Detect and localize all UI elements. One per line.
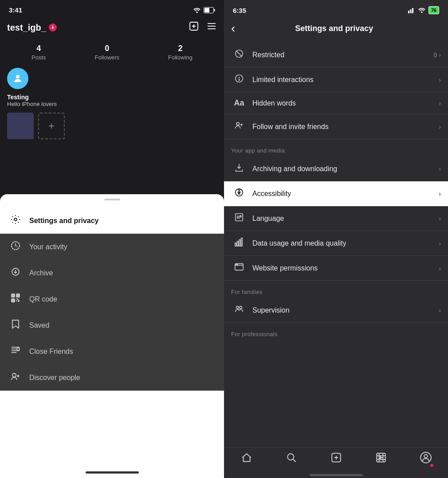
svg-line-29 (236, 51, 242, 57)
bottom-nav-bar (224, 447, 448, 470)
svg-point-44 (236, 306, 239, 309)
supervision-label: Supervision (252, 306, 439, 314)
posts-count: 4 (36, 44, 41, 53)
website-chevron: › (439, 265, 441, 272)
follow-invite-chevron: › (439, 123, 441, 130)
accessibility-label: Accessibility (252, 190, 439, 198)
add-post-icon[interactable] (189, 21, 199, 34)
header-icons (189, 21, 217, 34)
posts-row: + (0, 113, 224, 139)
svg-point-32 (239, 79, 240, 80)
home-indicator-right (310, 474, 363, 476)
restricted-chevron: › (439, 51, 441, 59)
nav-reels[interactable] (370, 452, 392, 466)
status-bar-right: 6:35 76 (224, 0, 448, 18)
username-area: test_igb_ (7, 23, 57, 33)
status-icons-left (193, 7, 215, 13)
svg-point-46 (287, 454, 294, 460)
notification-badge[interactable] (49, 24, 57, 31)
menu-item-activity[interactable]: Your activity (0, 234, 224, 260)
menu-item-saved[interactable]: Saved (0, 312, 224, 338)
svg-point-45 (240, 306, 242, 309)
hidden-words-chevron: › (439, 100, 441, 107)
back-button[interactable]: ‹ (231, 21, 235, 35)
follow-invite-label: Follow and invite friends (252, 123, 439, 131)
language-label: Language (252, 215, 439, 223)
section-header-professionals: For professionals (224, 323, 448, 340)
left-panel: 3:41 test_igb_ (0, 0, 224, 478)
website-label: Website permissions (252, 264, 439, 272)
following-count: 2 (178, 44, 183, 53)
menu-item-settings[interactable]: Settings and privacy (0, 208, 224, 234)
settings-row-restricted[interactable]: Restricted 0 › (224, 43, 448, 67)
nav-profile[interactable] (415, 452, 437, 466)
settings-row-website[interactable]: Website permissions › (224, 256, 448, 281)
nav-create[interactable] (325, 452, 347, 466)
limited-label: Limited interactions (252, 76, 439, 84)
add-post-button[interactable]: + (38, 113, 65, 139)
post-thumbnail[interactable] (7, 113, 34, 139)
bio-text: Hello iPhone lovers (7, 101, 217, 107)
menu-icon[interactable] (206, 22, 217, 33)
data-usage-chevron: › (439, 240, 441, 247)
nav-home[interactable] (236, 452, 258, 466)
menu-item-qr[interactable]: QR code (0, 286, 224, 312)
profile-stats: 4 Posts 0 Followers 2 Following (0, 39, 224, 68)
svg-point-27 (421, 12, 423, 13)
svg-marker-50 (380, 457, 381, 458)
settings-row-supervision[interactable]: Supervision › (224, 298, 448, 323)
svg-point-9 (14, 218, 17, 221)
battery-icon-left (204, 7, 215, 13)
archiving-label: Archiving and downloading (252, 165, 439, 173)
settings-row-hidden-words[interactable]: Aa Hidden words › (224, 92, 448, 114)
bottom-sheet: Settings and privacy Your activity (0, 194, 224, 478)
discover-label: Discover people (29, 374, 80, 382)
svg-point-8 (16, 75, 20, 78)
activity-icon (9, 240, 22, 253)
archive-label: Archive (29, 269, 53, 277)
posts-label: Posts (31, 54, 46, 61)
follow-invite-icon (231, 121, 247, 133)
right-panel: 6:35 76 ‹ Settings and privacy (224, 0, 448, 478)
settings-row-limited[interactable]: Limited interactions › (224, 67, 448, 92)
settings-row-language[interactable]: Language › (224, 206, 448, 231)
settings-row-accessibility[interactable]: Accessibility › (224, 181, 448, 206)
posts-stat: 4 Posts (31, 44, 46, 61)
settings-row-follow-invite[interactable]: Follow and invite friends › (224, 114, 448, 139)
close-friends-icon (9, 345, 22, 358)
data-usage-icon (231, 237, 247, 249)
svg-rect-38 (237, 241, 238, 246)
settings-row-archiving[interactable]: Archiving and downloading › (224, 157, 448, 181)
menu-item-close-friends[interactable]: Close Friends (0, 338, 224, 364)
svg-rect-39 (239, 240, 240, 247)
home-indicator-left (86, 471, 139, 474)
settings-row-data-usage[interactable]: Data usage and media quality › (224, 231, 448, 256)
svg-point-0 (196, 11, 198, 13)
followers-stat: 0 Followers (94, 44, 119, 61)
hidden-words-label: Hidden words (252, 99, 439, 107)
nav-search[interactable] (280, 452, 303, 466)
svg-rect-40 (241, 238, 243, 246)
archiving-chevron: › (439, 165, 441, 172)
settings-nav: ‹ Settings and privacy (224, 18, 448, 43)
profile-name: Testing (7, 94, 217, 101)
website-icon (231, 262, 247, 274)
avatar (7, 68, 28, 89)
data-usage-label: Data usage and media quality (252, 239, 439, 247)
menu-item-archive[interactable]: Archive (0, 260, 224, 286)
settings-scroll[interactable]: Restricted 0 › Limited interactions › Aa… (224, 43, 448, 447)
hidden-words-icon: Aa (231, 98, 247, 108)
accessibility-chevron: › (439, 190, 441, 197)
archiving-icon (231, 163, 247, 175)
settings-label: Settings and privacy (29, 217, 99, 225)
supervision-icon (231, 304, 247, 316)
svg-rect-26 (412, 8, 413, 13)
svg-rect-3 (204, 8, 209, 12)
menu-item-discover[interactable]: Discover people (0, 364, 224, 391)
signal-icon (408, 7, 415, 13)
profile-avatar-row (0, 68, 224, 94)
status-bar-left: 3:41 (0, 0, 224, 17)
following-label: Following (168, 54, 193, 61)
limited-chevron: › (439, 76, 441, 83)
svg-rect-15 (12, 295, 14, 296)
